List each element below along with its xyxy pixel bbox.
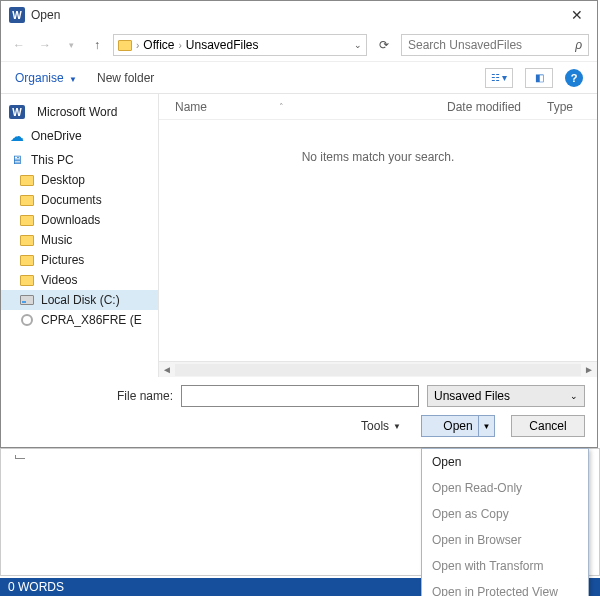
menu-open-protected[interactable]: Open in Protected View [422, 579, 588, 596]
file-type-filter[interactable]: Unsaved Files ⌄ [427, 385, 585, 407]
chevron-right-icon: › [136, 40, 139, 51]
folder-icon [19, 173, 35, 187]
recent-locations-button[interactable]: ▾ [61, 35, 81, 55]
tools-button[interactable]: Tools ▼ [361, 419, 401, 433]
menu-open-transform[interactable]: Open with Transform [422, 553, 588, 579]
menu-open-browser[interactable]: Open in Browser [422, 527, 588, 553]
tree-label: Documents [41, 193, 102, 207]
open-split-button[interactable]: Open ▼ [421, 415, 495, 437]
tree-label: CPRA_X86FRE (E [41, 313, 142, 327]
forward-button[interactable]: → [35, 35, 55, 55]
scroll-left-icon[interactable]: ◄ [159, 364, 175, 375]
chevron-down-icon: ▼ [393, 422, 401, 431]
ruler-mark [15, 455, 25, 459]
tree-label: OneDrive [31, 129, 82, 143]
tree-item-pictures[interactable]: Pictures [1, 250, 158, 270]
filter-label: Unsaved Files [434, 389, 510, 403]
search-icon: ρ [575, 38, 582, 52]
filename-label: File name: [13, 389, 173, 403]
open-dropdown-menu: Open Open Read-Only Open as Copy Open in… [421, 448, 589, 596]
tools-label: Tools [361, 419, 389, 433]
folder-icon [19, 233, 35, 247]
nav-bar: ← → ▾ ↑ › Office › UnsavedFiles ⌄ ⟳ Sear… [1, 29, 597, 61]
new-folder-button[interactable]: New folder [97, 71, 154, 85]
close-button[interactable]: ✕ [565, 7, 589, 23]
tree-item-cpra[interactable]: CPRA_X86FRE (E [1, 310, 158, 330]
organise-button[interactable]: Organise ▼ [15, 71, 77, 85]
nav-tree: W Microsoft Word ☁ OneDrive 🖥 This PC De… [1, 94, 159, 377]
breadcrumb-seg[interactable]: Office [143, 38, 174, 52]
tree-item-videos[interactable]: Videos [1, 270, 158, 290]
preview-pane-button[interactable]: ◧ [525, 68, 553, 88]
column-type[interactable]: Type [547, 100, 597, 114]
folder-icon [19, 253, 35, 267]
tree-item-documents[interactable]: Documents [1, 190, 158, 210]
col-label: Name [175, 100, 207, 114]
file-list-pane: Name˄ Date modified Type No items match … [159, 94, 597, 377]
cancel-button[interactable]: Cancel [511, 415, 585, 437]
chevron-right-icon: › [178, 40, 181, 51]
column-date[interactable]: Date modified [447, 100, 547, 114]
scroll-right-icon[interactable]: ► [581, 364, 597, 375]
tree-item-thispc[interactable]: 🖥 This PC [1, 150, 158, 170]
dialog-footer: File name: Unsaved Files ⌄ Tools ▼ Open … [1, 377, 597, 447]
horizontal-scrollbar[interactable]: ◄ ► [159, 361, 597, 377]
up-button[interactable]: ↑ [87, 35, 107, 55]
view-options-button[interactable]: ☷ ▾ [485, 68, 513, 88]
word-app-icon: W [9, 105, 25, 119]
help-button[interactable]: ? [565, 69, 583, 87]
open-dialog: W Open ✕ ← → ▾ ↑ › Office › UnsavedFiles… [0, 0, 598, 448]
dvd-icon [19, 313, 35, 327]
tree-label: Pictures [41, 253, 84, 267]
search-placeholder: Search UnsavedFiles [408, 38, 522, 52]
word-app-icon: W [9, 7, 25, 23]
tree-item-localdisk[interactable]: Local Disk (C:) [1, 290, 158, 310]
tree-item-word[interactable]: W Microsoft Word [1, 102, 158, 122]
open-dropdown-toggle[interactable]: ▼ [478, 416, 494, 436]
tree-label: This PC [31, 153, 74, 167]
menu-open[interactable]: Open [422, 449, 588, 475]
command-bar: Organise ▼ New folder ☷ ▾ ◧ ? [1, 61, 597, 93]
disk-icon [19, 293, 35, 307]
word-count-status[interactable]: 0 WORDS [8, 580, 64, 594]
title-bar: W Open ✕ [1, 1, 597, 29]
tree-label: Desktop [41, 173, 85, 187]
scroll-track[interactable] [175, 364, 581, 376]
breadcrumb-seg[interactable]: UnsavedFiles [186, 38, 259, 52]
folder-icon [19, 273, 35, 287]
search-input[interactable]: Search UnsavedFiles ρ [401, 34, 589, 56]
open-label: Open [443, 419, 472, 433]
tree-label: Microsoft Word [37, 105, 117, 119]
empty-list-message: No items match your search. [159, 120, 597, 361]
column-name[interactable]: Name˄ [159, 100, 447, 114]
filename-input[interactable] [181, 385, 419, 407]
tree-item-onedrive[interactable]: ☁ OneDrive [1, 126, 158, 146]
refresh-button[interactable]: ⟳ [373, 34, 395, 56]
back-button[interactable]: ← [9, 35, 29, 55]
list-header: Name˄ Date modified Type [159, 94, 597, 120]
sort-caret-icon: ˄ [279, 102, 284, 112]
chevron-down-icon: ⌄ [570, 391, 578, 401]
pc-icon: 🖥 [9, 153, 25, 167]
tree-label: Music [41, 233, 72, 247]
tree-label: Local Disk (C:) [41, 293, 120, 307]
folder-icon [19, 213, 35, 227]
folder-icon [118, 40, 132, 51]
chevron-down-icon[interactable]: ⌄ [354, 40, 362, 50]
tree-item-desktop[interactable]: Desktop [1, 170, 158, 190]
cloud-icon: ☁ [9, 129, 25, 143]
menu-open-readonly[interactable]: Open Read-Only [422, 475, 588, 501]
menu-open-copy[interactable]: Open as Copy [422, 501, 588, 527]
folder-icon [19, 193, 35, 207]
tree-item-downloads[interactable]: Downloads [1, 210, 158, 230]
organise-label: Organise [15, 71, 64, 85]
dialog-title: Open [31, 8, 565, 22]
address-bar[interactable]: › Office › UnsavedFiles ⌄ [113, 34, 367, 56]
tree-label: Videos [41, 273, 77, 287]
chevron-down-icon: ▼ [69, 75, 77, 84]
tree-label: Downloads [41, 213, 100, 227]
tree-item-music[interactable]: Music [1, 230, 158, 250]
